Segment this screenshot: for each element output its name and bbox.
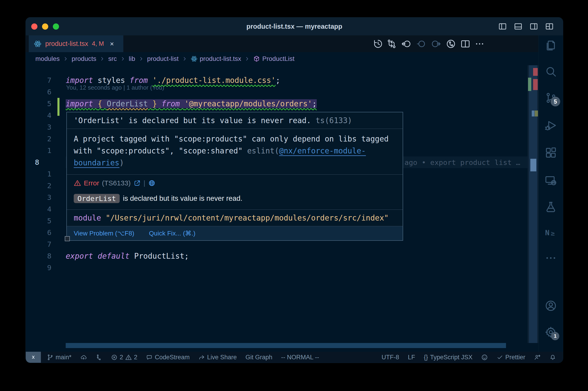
- activity-extensions-icon[interactable]: [545, 147, 557, 159]
- line-number[interactable]: 6: [35, 86, 51, 98]
- status-cloud-upload[interactable]: [80, 354, 87, 361]
- line-number[interactable]: 4: [35, 109, 51, 121]
- activity-account-icon[interactable]: [545, 299, 557, 312]
- status-live-share[interactable]: Live Share: [198, 354, 237, 361]
- editor-actions-toolbar: [410, 35, 539, 52]
- line-number[interactable]: 7: [35, 238, 51, 250]
- popup-resize-grip[interactable]: [65, 236, 70, 241]
- chevron-right-icon: [139, 56, 144, 62]
- minimize-window-button[interactable]: [42, 23, 48, 30]
- split-editor-icon[interactable]: [460, 39, 471, 49]
- comment-bubble-icon: [146, 354, 153, 361]
- activity-search-icon[interactable]: [545, 65, 557, 78]
- github-octoface-icon: [481, 354, 488, 361]
- warning-triangle-icon: [74, 180, 81, 187]
- activity-nx-console-icon[interactable]: N≥: [545, 226, 557, 239]
- activity-test-beaker-icon[interactable]: [545, 201, 557, 213]
- error-mark: [533, 68, 538, 76]
- status-comment-bubble[interactable]: CodeStream: [146, 354, 190, 361]
- navigate-back-icon[interactable]: [401, 39, 411, 49]
- eslint-rule-link[interactable]: @nx/enforce-module-: [279, 146, 366, 156]
- status-lf[interactable]: LF: [408, 354, 415, 361]
- vertical-scrollbar[interactable]: [529, 65, 537, 343]
- layout-grid-icon[interactable]: [545, 22, 554, 31]
- run-file-icon[interactable]: [446, 39, 456, 49]
- line-number[interactable]: 9: [35, 262, 51, 274]
- activity-run-debug-icon[interactable]: [545, 119, 557, 132]
- layout-panel-icon[interactable]: [514, 22, 522, 31]
- layout-controls: [498, 17, 554, 35]
- line-number[interactable]: 8: [35, 250, 51, 262]
- view-problem-link[interactable]: View Problem (⌥F8): [74, 229, 134, 237]
- line-number[interactable]: 2: [35, 133, 51, 145]
- status--normal-[interactable]: -- NORMAL --: [281, 354, 319, 361]
- status-check[interactable]: Prettier: [497, 354, 525, 361]
- close-window-button[interactable]: [31, 23, 37, 30]
- breadcrumb-item-lib[interactable]: lib: [129, 55, 135, 63]
- code-token: from: [130, 76, 148, 85]
- breadcrumb-item-modules[interactable]: modules: [35, 55, 60, 63]
- timeline-history-icon[interactable]: [373, 39, 383, 49]
- line-number[interactable]: 1: [35, 168, 51, 180]
- status--[interactable]: {}TypeScript JSX: [424, 354, 472, 361]
- tab-product-list[interactable]: product-list.tsx 4, M ×: [29, 35, 123, 52]
- breadcrumb-item-product-list[interactable]: product-list: [147, 55, 179, 63]
- globe-icon[interactable]: [148, 180, 156, 187]
- status-label: 2: [134, 354, 137, 361]
- overview-ruler: [528, 65, 539, 343]
- status-git-branch[interactable]: main*: [47, 354, 72, 361]
- remote-indicator[interactable]: [26, 352, 41, 363]
- breadcrumb-item-product-list.tsx[interactable]: product-list.tsx: [191, 55, 241, 63]
- branch-compare-icon: [95, 354, 102, 361]
- line-number[interactable]: 8: [35, 156, 51, 168]
- activity-files-icon[interactable]: [545, 39, 557, 51]
- line-number[interactable]: 3: [35, 121, 51, 133]
- quick-fix-link[interactable]: Quick Fix... (⌘.): [149, 229, 195, 237]
- line-number[interactable]: 6: [35, 227, 51, 238]
- remote-indicator-icon: [30, 354, 37, 361]
- status-branch-compare[interactable]: [95, 354, 102, 361]
- breadcrumb-item-productlist[interactable]: ProductList: [253, 55, 294, 63]
- code-line[interactable]: import styles from './product-list.modul…: [66, 74, 280, 86]
- line-number[interactable]: 5: [35, 98, 51, 109]
- line-number[interactable]: 3: [35, 192, 51, 203]
- breadcrumb-item-src[interactable]: src: [108, 55, 117, 63]
- code-token: [93, 252, 98, 261]
- status-git-graph[interactable]: Git Graph: [246, 354, 272, 361]
- compare-changes-icon[interactable]: [386, 39, 397, 49]
- close-tab-icon[interactable]: ×: [110, 40, 114, 48]
- activity-more-ellipsis-icon[interactable]: [545, 252, 557, 264]
- breadcrumb-item-products[interactable]: products: [72, 55, 96, 63]
- find-mark: [535, 110, 538, 116]
- code-line[interactable]: import { OrderList } from '@myreactapp/m…: [66, 98, 317, 109]
- react-icon: [191, 55, 197, 62]
- line-number[interactable]: 7: [35, 74, 51, 86]
- line-number[interactable]: 4: [35, 203, 51, 215]
- status-warning-triangle[interactable]: 22: [111, 354, 137, 361]
- status-feedback-person[interactable]: [534, 354, 541, 361]
- status-utf-8[interactable]: UTF-8: [382, 354, 399, 361]
- line-number[interactable]: 1: [35, 145, 51, 156]
- activity-source-control-icon[interactable]: 5: [545, 92, 557, 104]
- activity-remote-explorer-icon[interactable]: [545, 174, 557, 187]
- layout-sidebar-left-icon[interactable]: [498, 22, 507, 31]
- warning-triangle-icon: [125, 354, 132, 361]
- status-github-octoface[interactable]: [481, 354, 488, 361]
- status-label: UTF-8: [382, 354, 399, 361]
- activity-settings-gear-icon[interactable]: 1: [545, 326, 557, 338]
- navigate-forward-icon: [431, 39, 441, 49]
- status-label: Prettier: [505, 354, 525, 361]
- horizontal-scrollbar[interactable]: [66, 343, 506, 348]
- activity-bar: 5N≥1: [538, 35, 563, 352]
- line-number[interactable]: 2: [35, 180, 51, 192]
- zoom-window-button[interactable]: [53, 23, 59, 30]
- line-number[interactable]: 5: [35, 215, 51, 227]
- code-token: OrderList: [107, 99, 148, 108]
- eslint-rule-link[interactable]: boundaries: [74, 158, 119, 168]
- more-actions-icon[interactable]: [474, 39, 485, 49]
- layout-sidebar-right-icon[interactable]: [529, 22, 538, 31]
- external-link-icon[interactable]: [133, 180, 141, 187]
- status-bell[interactable]: [549, 354, 556, 361]
- code-line[interactable]: export default ProductList;: [66, 250, 189, 262]
- status-label: {}: [424, 354, 428, 361]
